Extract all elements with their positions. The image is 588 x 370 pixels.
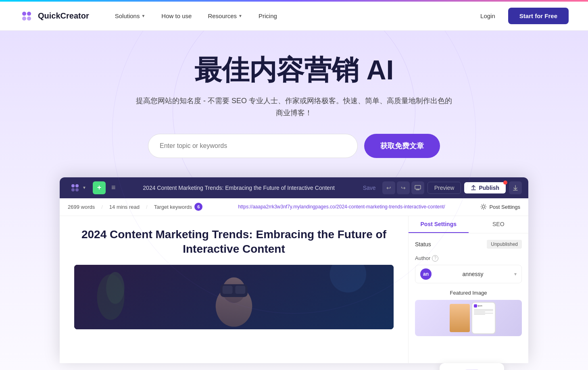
svg-point-4	[71, 184, 75, 187]
resources-chevron: ▼	[238, 14, 242, 18]
toolbar-add-button[interactable]: +	[93, 181, 106, 194]
topic-input[interactable]	[148, 134, 358, 158]
toolbar-logo[interactable]: ▼	[66, 180, 90, 196]
tab-post-settings[interactable]: Post Settings	[409, 216, 469, 233]
phone-line-3	[474, 312, 486, 312]
panel-tabs: Post Settings SEO	[409, 216, 528, 233]
publish-icon	[471, 185, 476, 191]
keywords-label: Target keywords	[154, 204, 192, 210]
editor-right-panel: Post Settings SEO Status Unpublished Aut…	[408, 216, 528, 363]
author-row: Author ? an annessy ▾	[415, 255, 522, 283]
nav-how-to-use[interactable]: How to use	[155, 9, 198, 23]
desktop-view-button[interactable]	[411, 181, 424, 194]
featured-phone-mockup: Quick	[471, 302, 496, 334]
featured-image-preview[interactable]: Quick	[415, 300, 522, 336]
cta-button[interactable]: 获取免费文章	[364, 134, 440, 158]
editor-toolbar: ▼ + ≡ 2024 Content Marketing Trends: Emb…	[60, 177, 528, 198]
toolbar-logo-icon	[69, 182, 81, 193]
phone-logo-text: Quick	[478, 305, 482, 307]
svg-point-0	[22, 12, 26, 16]
svg-point-9	[482, 206, 485, 208]
editor-body: 2024 Content Marketing Trends: Embracing…	[60, 216, 528, 363]
article-title: 2024 Content Marketing Trends: Embracing…	[74, 227, 394, 257]
download-button[interactable]	[509, 181, 522, 194]
article-content: 2024 Content Marketing Trends: Embracing…	[60, 216, 408, 363]
editor-subtoolbar: 2699 words / 14 mins read / Target keywo…	[60, 198, 528, 216]
word-count: 2699 words	[68, 204, 95, 210]
author-chevron-icon: ▾	[514, 271, 517, 277]
nav-resources[interactable]: Resources ▼	[201, 9, 249, 23]
navbar: QuickCreator Solutions ▼ How to use Reso…	[0, 2, 588, 31]
svg-point-6	[71, 188, 75, 191]
toolbar-list-icon[interactable]: ≡	[109, 181, 118, 194]
hero-title: 最佳内容营销 AI	[19, 55, 569, 85]
status-badge: Unpublished	[487, 240, 522, 249]
toolbar-save-button[interactable]: Save	[360, 183, 379, 193]
logo[interactable]: QuickCreator	[19, 9, 89, 23]
status-row: Status Unpublished	[415, 240, 522, 249]
nav-pricing[interactable]: Pricing	[252, 9, 284, 23]
desktop-icon	[415, 185, 421, 191]
svg-point-5	[75, 184, 79, 187]
login-button[interactable]: Login	[474, 9, 502, 23]
article-featured-image	[74, 265, 394, 329]
undo-button[interactable]: ↩	[382, 181, 395, 194]
preview-button[interactable]: Preview	[427, 182, 461, 194]
sep2: /	[146, 204, 148, 210]
editor-preview: ▼ + ≡ 2024 Content Marketing Trends: Emb…	[60, 177, 528, 363]
toolbar-title: 2024 Content Marketing Trends: Embracing…	[121, 185, 356, 191]
phone-logo	[474, 304, 477, 308]
hero-search-row: 获取免费文章	[19, 134, 569, 158]
phone-line-2	[474, 310, 493, 311]
author-info-icon: ?	[432, 255, 438, 262]
right-float-area: 🌐 Service hosting and custom domain Quic…	[440, 363, 528, 370]
panel-body: Status Unpublished Author ? an annessy	[409, 233, 528, 343]
toolbar-chevron: ▼	[82, 185, 86, 190]
post-settings-button[interactable]: Post Settings	[480, 204, 520, 210]
keywords-group: Target keywords 6	[154, 203, 203, 211]
download-icon	[513, 185, 518, 191]
svg-point-3	[27, 17, 31, 21]
read-time: 14 mins read	[109, 204, 140, 210]
svg-point-2	[22, 17, 26, 21]
redo-button[interactable]: ↪	[397, 181, 410, 194]
publish-button[interactable]: Publish	[464, 182, 506, 193]
nav-links: Solutions ▼ How to use Resources ▼ Prici…	[108, 9, 474, 23]
svg-point-7	[75, 188, 79, 191]
phone-header: Quick	[474, 304, 493, 308]
phone-line-5	[474, 314, 486, 315]
navbar-actions: Login Start for Free	[474, 8, 569, 24]
author-avatar: an	[420, 268, 432, 280]
phone-content	[474, 309, 493, 315]
image-overlay	[74, 265, 394, 329]
phone-line-4	[474, 313, 493, 314]
solutions-chevron: ▼	[141, 14, 145, 18]
sep1: /	[101, 204, 103, 210]
svg-rect-8	[415, 185, 421, 189]
article-url[interactable]: https://aaapa2rrk3w3nf7y.mylandingpages.…	[209, 204, 474, 210]
hero-subtitle: 提高您网站的知名度 - 不需要 SEO 专业人士、作家或网络极客。快速、简单、高…	[133, 95, 455, 119]
logo-icon	[19, 9, 34, 23]
logo-text: QuickCreator	[38, 11, 89, 21]
status-label: Status	[415, 241, 431, 247]
hero-section: 最佳内容营销 AI 提高您网站的知名度 - 不需要 SEO 专业人士、作家或网络…	[0, 31, 588, 370]
author-label: Author ?	[415, 255, 522, 262]
nav-solutions[interactable]: Solutions ▼	[108, 9, 152, 23]
keywords-badge[interactable]: 6	[194, 203, 202, 211]
toolbar-undo-redo: ↩ ↪	[382, 181, 424, 194]
featured-image-label: Featured Image	[415, 290, 522, 296]
featured-person-img	[450, 304, 470, 332]
author-name: annessy	[435, 271, 511, 277]
svg-point-1	[27, 12, 31, 16]
publish-notification-dot	[503, 181, 507, 185]
tab-seo[interactable]: SEO	[469, 216, 529, 233]
start-free-button[interactable]: Start for Free	[508, 8, 569, 24]
settings-icon	[480, 204, 487, 210]
author-select[interactable]: an annessy ▾	[415, 265, 522, 283]
featured-image-section: Featured Image Quick	[415, 290, 522, 336]
service-card: 🌐 Service hosting and custom domain	[440, 363, 504, 370]
phone-line-1	[474, 309, 493, 310]
bottom-floats: 📝 Blog Writer 2.0 🔍 From Keywords 🔗 From…	[19, 363, 569, 370]
